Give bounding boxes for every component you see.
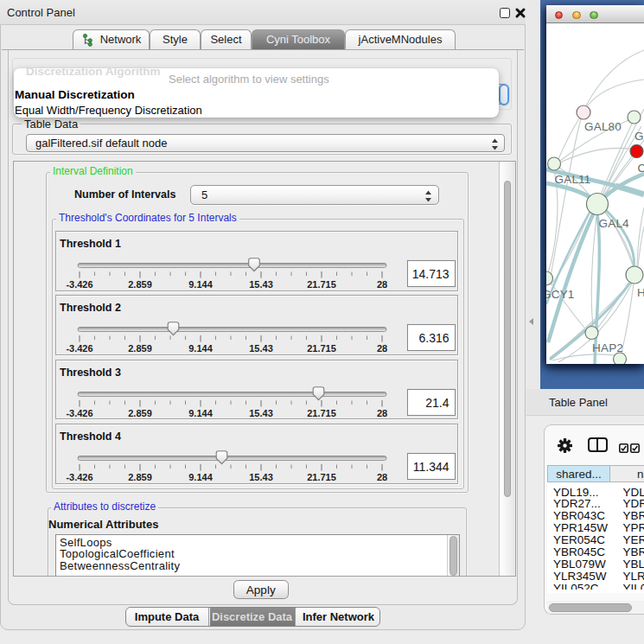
svg-text:GCY1: GCY1	[546, 288, 575, 301]
svg-text:28: 28	[376, 472, 386, 482]
svg-text:-3.426: -3.426	[66, 279, 92, 290]
svg-text:9.144: 9.144	[188, 407, 213, 418]
svg-text:15.43: 15.43	[249, 343, 273, 354]
svg-text:GAL4: GAL4	[599, 217, 630, 230]
svg-text:21.715: 21.715	[307, 472, 336, 482]
svg-text:9.144: 9.144	[188, 343, 213, 354]
svg-text:15.43: 15.43	[249, 472, 273, 482]
svg-text:GAL11: GAL11	[555, 173, 591, 186]
svg-text:2.859: 2.859	[128, 279, 152, 290]
svg-text:15.43: 15.43	[249, 407, 273, 418]
svg-text:2.859: 2.859	[128, 472, 152, 482]
svg-text:HAP2: HAP2	[592, 341, 623, 354]
svg-text:-3.426: -3.426	[66, 472, 92, 482]
svg-text:28: 28	[376, 407, 386, 418]
svg-text:Threshold 3: Threshold 3	[60, 367, 121, 379]
svg-text:28: 28	[376, 343, 386, 354]
svg-text:9.144: 9.144	[188, 279, 213, 290]
svg-text:21.715: 21.715	[307, 279, 336, 290]
svg-text:Threshold 2: Threshold 2	[60, 302, 121, 314]
svg-text:GA: GA	[634, 130, 644, 143]
svg-text:Threshold 1: Threshold 1	[60, 238, 121, 250]
svg-text:GAL80: GAL80	[584, 120, 622, 133]
svg-text:15.43: 15.43	[249, 279, 273, 290]
svg-text:21.715: 21.715	[307, 407, 336, 418]
svg-text:28: 28	[376, 279, 386, 290]
svg-text:Threshold 4: Threshold 4	[60, 430, 121, 443]
svg-text:21.715: 21.715	[307, 343, 336, 354]
svg-text:2.859: 2.859	[128, 407, 152, 418]
svg-text:H: H	[637, 286, 644, 299]
svg-text:2.859: 2.859	[128, 343, 152, 354]
svg-text:-3.426: -3.426	[66, 343, 92, 354]
svg-text:9.144: 9.144	[188, 472, 213, 482]
svg-text:-3.426: -3.426	[66, 407, 92, 418]
svg-text:C: C	[638, 162, 644, 175]
